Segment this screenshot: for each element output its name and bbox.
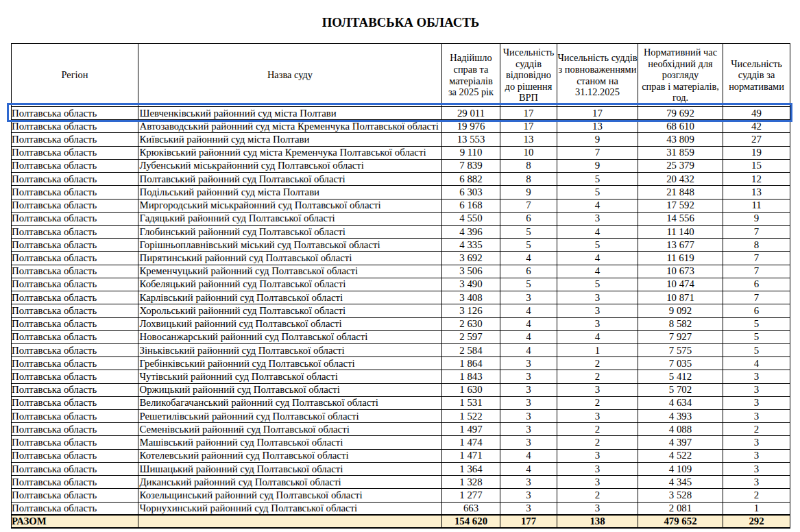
region-cell: Полтавська область bbox=[12, 159, 138, 172]
judges-norm-cell: 7 bbox=[723, 225, 790, 238]
judges-norm-cell: 7 bbox=[723, 252, 790, 265]
received-cell: 6 882 bbox=[442, 173, 500, 186]
judges-vrp-cell: 7 bbox=[500, 199, 557, 212]
total-norm-time-cell: 479 652 bbox=[638, 515, 723, 528]
judges-active-cell: 3 bbox=[557, 383, 638, 396]
judges-vrp-cell: 4 bbox=[500, 252, 557, 265]
region-cell: Полтавська область bbox=[12, 278, 138, 291]
table-row[interactable]: Полтавська областьПирятинський районний … bbox=[12, 252, 790, 265]
norm-time-cell: 20 432 bbox=[638, 173, 723, 186]
norm-time-cell: 9 092 bbox=[638, 304, 723, 317]
judges-norm-cell: 5 bbox=[723, 343, 790, 356]
table-row[interactable]: Полтавська областьАвтозаводський районни… bbox=[12, 120, 790, 133]
table-row[interactable]: Полтавська областьКобеляцький районний с… bbox=[12, 278, 790, 291]
table-row[interactable]: Полтавська областьМашівський районний су… bbox=[12, 436, 790, 449]
region-cell: Полтавська область bbox=[12, 410, 138, 423]
norm-time-cell: 5 412 bbox=[638, 370, 723, 383]
table-row[interactable]: Полтавська областьСеменівський районний … bbox=[12, 423, 790, 436]
court-name-cell: Гадяцький районний суд Полтавської облас… bbox=[138, 212, 442, 225]
judges-vrp-cell: 6 bbox=[500, 212, 557, 225]
table-row[interactable]: Полтавська областьКозельщинський районни… bbox=[12, 489, 790, 502]
court-name-cell: Миргородський міськрайонний суд Полтавсь… bbox=[138, 199, 442, 212]
norm-time-cell: 4 109 bbox=[638, 462, 723, 475]
table-row[interactable]: Полтавська областьЧутівський районний су… bbox=[12, 370, 790, 383]
region-cell: Полтавська область bbox=[12, 370, 138, 383]
table-row[interactable]: Полтавська областьВеликобагачанський рай… bbox=[12, 396, 790, 409]
norm-time-cell: 4 522 bbox=[638, 449, 723, 462]
judges-vrp-cell: 6 bbox=[500, 265, 557, 278]
table-row[interactable]: Полтавська областьНовосанжарський районн… bbox=[12, 330, 790, 343]
court-name-cell: Семенівський районний суд Полтавської об… bbox=[138, 423, 442, 436]
total-judges-active-cell: 138 bbox=[557, 515, 638, 528]
table-row[interactable]: Полтавська областьКарлівський районний с… bbox=[12, 291, 790, 304]
judges-active-cell: 5 bbox=[557, 239, 638, 252]
region-cell: Полтавська область bbox=[12, 317, 138, 330]
col-header-court: Назва суду bbox=[138, 44, 442, 107]
judges-vrp-cell: 3 bbox=[500, 436, 557, 449]
table-row[interactable]: Полтавська областьДиканський районний су… bbox=[12, 476, 790, 489]
table-row[interactable]: Полтавська областьЗіньківський районний … bbox=[12, 343, 790, 356]
table-row[interactable]: Полтавська областьГадяцький районний суд… bbox=[12, 212, 790, 225]
judges-active-cell: 3 bbox=[557, 317, 638, 330]
table-row[interactable]: Полтавська областьЧорнухинський районний… bbox=[12, 502, 790, 515]
judges-norm-cell: 3 bbox=[723, 462, 790, 475]
table-row[interactable]: Полтавська областьКиївський районний суд… bbox=[12, 133, 790, 146]
judges-vrp-cell: 8 bbox=[500, 159, 557, 172]
judges-vrp-cell: 4 bbox=[500, 462, 557, 475]
table-row[interactable]: Полтавська областьГлобинський районний с… bbox=[12, 225, 790, 238]
received-cell: 1 522 bbox=[442, 410, 500, 423]
court-name-cell: Пирятинський районний суд Полтавської об… bbox=[138, 252, 442, 265]
judges-active-cell: 5 bbox=[557, 186, 638, 199]
court-name-cell: Полтавський районний суд Полтавської обл… bbox=[138, 173, 442, 186]
judges-active-cell: 2 bbox=[557, 423, 638, 436]
table-row[interactable]: Полтавська областьКременчуцький районний… bbox=[12, 265, 790, 278]
table-row[interactable]: Полтавська областьКрюківський районний с… bbox=[12, 146, 790, 159]
table-row[interactable]: Полтавська областьГорішньоплавнівський м… bbox=[12, 239, 790, 252]
judges-active-cell: 2 bbox=[557, 370, 638, 383]
table-row[interactable]: Полтавська областьЛохвицький районний су… bbox=[12, 317, 790, 330]
court-name-cell: Оржицький районний суд Полтавської облас… bbox=[138, 383, 442, 396]
total-empty-cell bbox=[138, 515, 442, 528]
norm-time-cell: 5 702 bbox=[638, 383, 723, 396]
judges-norm-cell: 5 bbox=[723, 330, 790, 343]
table-row[interactable]: Полтавська областьШевченківський районни… bbox=[12, 107, 790, 120]
table-row[interactable]: Полтавська областьМиргородський міськрай… bbox=[12, 199, 790, 212]
court-name-cell: Хорольський районний суд Полтавської обл… bbox=[138, 304, 442, 317]
table-row[interactable]: Полтавська областьЛубенський міськрайонн… bbox=[12, 159, 790, 172]
total-judges-norm-cell: 292 bbox=[723, 515, 790, 528]
court-name-cell: Чорнухинський районний суд Полтавської о… bbox=[138, 502, 442, 515]
court-name-cell: Крюківський районний суд міста Кременчук… bbox=[138, 146, 442, 159]
judges-vrp-cell: 4 bbox=[500, 343, 557, 356]
table-row[interactable]: Полтавська областьКотелевський районний … bbox=[12, 449, 790, 462]
judges-norm-cell: 27 bbox=[723, 133, 790, 146]
total-received-cell: 154 620 bbox=[442, 515, 500, 528]
judges-norm-cell: 3 bbox=[723, 383, 790, 396]
table-row[interactable]: Полтавська областьРешетилівський районни… bbox=[12, 410, 790, 423]
judges-vrp-cell: 9 bbox=[500, 186, 557, 199]
received-cell: 1 364 bbox=[442, 462, 500, 475]
region-cell: Полтавська область bbox=[12, 476, 138, 489]
table-row[interactable]: Полтавська областьШишацький районний суд… bbox=[12, 462, 790, 475]
table-row[interactable]: Полтавська областьГребінківський районни… bbox=[12, 357, 790, 370]
received-cell: 1 277 bbox=[442, 489, 500, 502]
table-row[interactable]: Полтавська областьПодільський районний с… bbox=[12, 186, 790, 199]
norm-time-cell: 7 927 bbox=[638, 330, 723, 343]
table-row[interactable]: Полтавська областьХорольський районний с… bbox=[12, 304, 790, 317]
judges-norm-cell: 9 bbox=[723, 212, 790, 225]
judges-norm-cell: 8 bbox=[723, 239, 790, 252]
norm-time-cell: 10 474 bbox=[638, 278, 723, 291]
norm-time-cell: 4 088 bbox=[638, 423, 723, 436]
page-title: ПОЛТАВСЬКА ОБЛАСТЬ bbox=[11, 15, 790, 30]
judges-active-cell: 2 bbox=[557, 436, 638, 449]
table-row[interactable]: Полтавська областьПолтавський районний с… bbox=[12, 173, 790, 186]
judges-norm-cell: 49 bbox=[723, 107, 790, 120]
received-cell: 1 864 bbox=[442, 357, 500, 370]
received-cell: 4 550 bbox=[442, 212, 500, 225]
judges-active-cell: 9 bbox=[557, 133, 638, 146]
norm-time-cell: 4 397 bbox=[638, 436, 723, 449]
table-row[interactable]: Полтавська областьОржицький районний суд… bbox=[12, 383, 790, 396]
received-cell: 1 531 bbox=[442, 396, 500, 409]
region-cell: Полтавська область bbox=[12, 330, 138, 343]
region-cell: Полтавська область bbox=[12, 343, 138, 356]
court-name-cell: Решетилівський районний суд Полтавської … bbox=[138, 410, 442, 423]
